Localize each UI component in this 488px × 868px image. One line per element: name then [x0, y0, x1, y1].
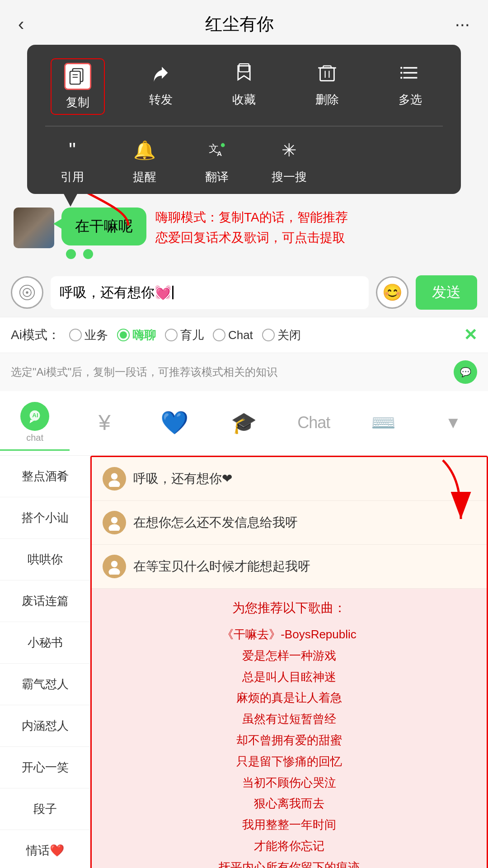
- toolbar-chatai[interactable]: AI chat: [0, 396, 70, 451]
- emoji-button[interactable]: 😊: [376, 276, 408, 309]
- lyric-3: 虽然有过短暂曾经: [103, 708, 476, 730]
- forward-menu-item[interactable]: 转发: [134, 58, 188, 115]
- lyric-9: 才能将你忘记: [103, 835, 476, 857]
- radio-haichat[interactable]: [117, 329, 130, 341]
- sidebar-item-qinghua[interactable]: 情话❤️: [0, 830, 90, 868]
- ai-hint-bar: 选定"Ai模式"后，复制一段话，可推荐该模式相关的知识 💬: [0, 353, 488, 391]
- toolbar-money[interactable]: ¥: [70, 404, 139, 443]
- online-dot1: [66, 249, 76, 259]
- sidebar-item-baqiren[interactable]: 霸气怼人: [0, 664, 90, 705]
- sidebar-item-duanzi[interactable]: 段子: [0, 788, 90, 830]
- toolbar-chat-text[interactable]: Chat: [279, 407, 348, 440]
- suggestion-text-1: 呼吸，还有想你❤: [133, 470, 232, 487]
- sidebar-item-neihanren[interactable]: 内涵怼人: [0, 705, 90, 747]
- input-value: 呼吸，还有想你💓: [60, 283, 171, 302]
- toolbar-heart[interactable]: 💙: [140, 403, 209, 443]
- multiselect-menu-item[interactable]: 多选: [383, 58, 437, 115]
- toolbar-keyboard[interactable]: ⌨️: [348, 405, 418, 442]
- voice-button[interactable]: [11, 276, 43, 309]
- radio-off[interactable]: [262, 329, 275, 341]
- sidebar-item-feihua[interactable]: 废话连篇: [0, 580, 90, 622]
- forward-icon: [146, 58, 175, 87]
- copy-label: 复制: [66, 94, 89, 110]
- toolbar-expand[interactable]: ▼: [418, 407, 488, 440]
- lyric-2: 麻烦的真是让人着急: [103, 687, 476, 708]
- suggestion-3[interactable]: 在等宝贝什么时候才能想起我呀: [92, 545, 487, 589]
- svg-point-16: [221, 143, 225, 147]
- close-button[interactable]: ✕: [464, 326, 477, 344]
- annotation-text: 嗨聊模式：复制TA的话，智能推荐 恋爱回复话术及歌词，可点击提取: [155, 208, 474, 248]
- ai-mode-label: Ai模式：: [11, 326, 60, 344]
- collect-menu-item[interactable]: 收藏: [217, 58, 271, 115]
- study-icon: 🎓: [231, 410, 257, 435]
- svg-point-26: [111, 517, 117, 523]
- money-icon: ¥: [99, 410, 111, 435]
- chat-bubble: 在干嘛呢: [61, 208, 146, 245]
- svg-point-29: [108, 568, 120, 575]
- search-menu-item[interactable]: ✳ 搜一搜: [262, 136, 316, 185]
- delete-label: 删除: [315, 92, 339, 108]
- sidebar-item-zhengdian-label: 整点酒肴: [22, 469, 69, 483]
- radio-parenting[interactable]: [165, 329, 178, 341]
- remind-label: 提醒: [133, 169, 156, 185]
- mode-off[interactable]: 关闭: [262, 327, 301, 343]
- mode-chat[interactable]: Chat: [213, 328, 253, 342]
- sidebar-item-haohaoni-label: 哄哄你: [28, 552, 63, 566]
- online-dot2: [83, 249, 93, 259]
- more-button[interactable]: ···: [455, 14, 470, 34]
- lyric-6: 当初不顾伤心哭泣: [103, 772, 476, 793]
- send-button[interactable]: 发送: [416, 275, 477, 310]
- suggestion-2[interactable]: 在想你怎么还不发信息给我呀: [92, 501, 487, 545]
- text-input[interactable]: 呼吸，还有想你💓: [51, 276, 369, 309]
- delete-menu-item[interactable]: 删除: [300, 58, 354, 115]
- back-button[interactable]: ‹: [18, 14, 24, 34]
- song-section-title: 为您推荐以下歌曲：: [103, 599, 476, 617]
- lyric-8: 我用整整一年时间: [103, 814, 476, 835]
- song-section: 为您推荐以下歌曲： 《干嘛去》-BoysRepublic 爱是怎样一种游戏 总是…: [92, 589, 487, 868]
- chat-text-icon: Chat: [297, 413, 330, 432]
- mode-business-label: 业务: [84, 327, 108, 343]
- sidebar-item-xiaomishu[interactable]: 小秘书: [0, 622, 90, 664]
- svg-point-11: [400, 67, 402, 69]
- remind-icon: 🔔: [130, 136, 159, 165]
- song-name: 《干嘛去》-BoysRepublic: [103, 624, 476, 645]
- lyric-4: 却不曾拥有爱的甜蜜: [103, 730, 476, 751]
- search-label: 搜一搜: [272, 169, 307, 185]
- radio-business[interactable]: [69, 329, 82, 341]
- lyric-0: 爱是怎样一种游戏: [103, 645, 476, 666]
- sidebar-item-zhengdian[interactable]: 整点酒肴: [0, 456, 90, 497]
- suggestion-1[interactable]: 呼吸，还有想你❤: [92, 457, 487, 501]
- multiselect-icon: [396, 58, 425, 87]
- multiselect-label: 多选: [399, 92, 422, 108]
- toolbar-study[interactable]: 🎓: [209, 404, 279, 443]
- page-title: 红尘有你: [205, 13, 274, 36]
- copy-menu-item[interactable]: 复制: [51, 58, 105, 115]
- translate-menu-item[interactable]: 文 A 翻译: [190, 136, 244, 185]
- mode-business[interactable]: 业务: [69, 327, 108, 343]
- lyric-5: 只是留下惨痛的回忆: [103, 751, 476, 772]
- svg-text:A: A: [217, 150, 222, 157]
- suggestion-text-2: 在想你怎么还不发信息给我呀: [133, 514, 298, 531]
- context-menu-row2: " 引用 🔔 提醒 文 A 翻译 ✳: [36, 136, 452, 185]
- toolbar: AI chat ¥ 💙 🎓 Chat ⌨️ ▼: [0, 391, 488, 456]
- sidebar-item-dage[interactable]: 搭个小讪: [0, 497, 90, 539]
- keyboard-icon: ⌨️: [371, 411, 396, 434]
- mode-parenting[interactable]: 育儿: [165, 327, 204, 343]
- main-content: 整点酒肴 搭个小讪 哄哄你 废话连篇 小秘书 霸气怼人 内涵怼人 开心一笑 段子…: [0, 456, 488, 868]
- svg-point-24: [111, 473, 117, 479]
- sidebar-item-dage-label: 搭个小讪: [22, 511, 69, 524]
- mode-haichat[interactable]: 嗨聊: [117, 327, 156, 343]
- input-cursor: [172, 286, 174, 299]
- context-menu-row1: 复制 转发 收藏: [36, 58, 452, 115]
- sidebar-item-kaixin[interactable]: 开心一笑: [0, 747, 90, 788]
- sidebar-item-haohaoni[interactable]: 哄哄你: [0, 539, 90, 580]
- radio-chat[interactable]: [213, 329, 225, 341]
- mode-parenting-label: 育儿: [180, 327, 204, 343]
- translate-icon: 文 A: [202, 136, 231, 165]
- quote-menu-item[interactable]: " 引用: [45, 136, 99, 185]
- svg-point-12: [400, 72, 402, 74]
- chatai-label: chat: [26, 433, 43, 443]
- right-panel: 呼吸，还有想你❤ 在想你怎么还不发信息给我呀 在等宝贝什么时候才能想起我呀: [90, 456, 488, 868]
- svg-rect-1: [70, 71, 80, 85]
- remind-menu-item[interactable]: 🔔 提醒: [117, 136, 172, 185]
